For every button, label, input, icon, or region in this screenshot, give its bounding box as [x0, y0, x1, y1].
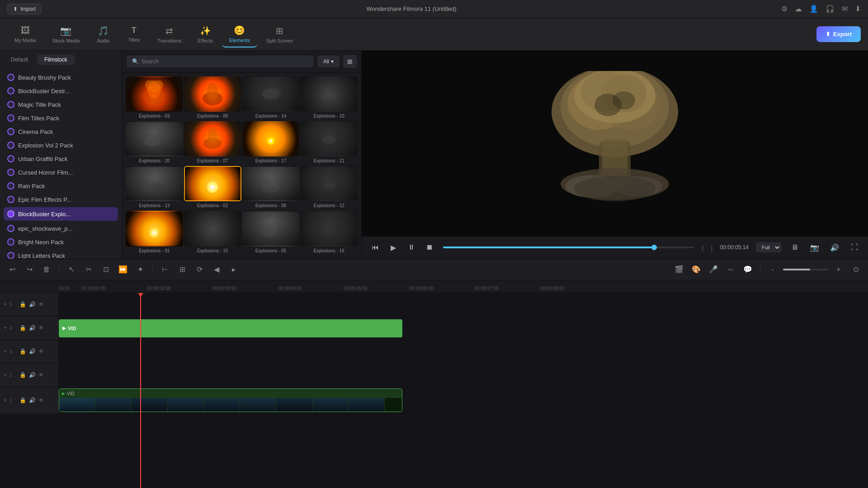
sidebar-item-beauty-brushy[interactable]: Beauty Brushy Pack: [0, 71, 122, 84]
zoom-out-button[interactable]: -: [766, 263, 779, 276]
tab-stock-media[interactable]: 📷 Stock Media: [45, 22, 87, 47]
fit-button[interactable]: ⊙: [849, 263, 863, 276]
sidebar-item-epic-shockwave[interactable]: epic_shockwave_p...: [0, 222, 122, 235]
search-input[interactable]: [142, 58, 308, 65]
tab-elements[interactable]: 😊 Elements: [222, 21, 257, 47]
grid-item-exp17[interactable]: Explosions - 17: [242, 121, 300, 165]
group-button[interactable]: ⊞: [175, 263, 189, 276]
export-button[interactable]: ⬆ Export: [816, 26, 861, 42]
grid-item-exp13[interactable]: Explosions - 13: [126, 166, 183, 210]
sidebar-item-blockbuster-explo[interactable]: BlockBuster Explo...: [4, 207, 118, 221]
tab-audio[interactable]: 🎵 Audio: [89, 22, 118, 47]
zoom-slider[interactable]: [783, 269, 828, 270]
crop-button[interactable]: ⊡: [99, 263, 113, 276]
trim-button[interactable]: ✂: [82, 263, 95, 276]
rotate-button[interactable]: ⟳: [193, 263, 206, 276]
lock-icon[interactable]: 🔒: [19, 348, 26, 355]
split-button[interactable]: ⊢: [158, 263, 172, 276]
grid-item-exp14[interactable]: Explosions - 14: [242, 76, 300, 120]
snapshot-button[interactable]: 📷: [808, 241, 821, 254]
eye-icon[interactable]: 👁: [38, 348, 44, 355]
cloud-icon[interactable]: ☁: [795, 5, 802, 13]
track-add-icon[interactable]: +: [4, 397, 7, 403]
grid-item-exp08[interactable]: Explosions - 08: [242, 166, 300, 210]
filter-button[interactable]: All ▾: [317, 56, 340, 67]
volume-button[interactable]: 🔊: [828, 241, 841, 254]
transitions-panel-button[interactable]: ↔: [724, 263, 737, 276]
redo-button[interactable]: ↪: [23, 263, 36, 276]
stop-button[interactable]: ⏹: [423, 241, 436, 254]
forward-button[interactable]: ▸: [227, 263, 241, 276]
grid-item-exp16[interactable]: Explosions - 16: [300, 211, 358, 255]
track-area-2[interactable]: [59, 364, 868, 387]
grid-item-exp01[interactable]: Explosions - 01: [126, 211, 183, 255]
sidebar-item-blockbuster-destr[interactable]: BlockBuster Destr...: [0, 84, 122, 98]
play-button[interactable]: ▶: [387, 241, 400, 254]
sidebar-item-cursed-horror[interactable]: Cursed Horror Film...: [0, 166, 122, 179]
audio-track-icon[interactable]: 🔊: [29, 397, 36, 403]
eye-icon[interactable]: 👁: [38, 397, 44, 403]
lock-icon[interactable]: 🔒: [19, 325, 26, 331]
sidebar-item-epic-film[interactable]: Epic Film Effects P...: [0, 193, 122, 206]
tab-transitions[interactable]: ⇄ Transitions: [150, 22, 189, 47]
audio-track-icon[interactable]: 🔊: [29, 348, 36, 355]
speed-button[interactable]: ⏩: [116, 263, 130, 276]
rewind-button[interactable]: ⏮: [369, 241, 382, 254]
track-add-icon[interactable]: +: [4, 348, 7, 355]
grid-item-exp03[interactable]: Explosions - 03: [126, 76, 183, 120]
track-area-3[interactable]: [59, 340, 868, 363]
mail-icon[interactable]: ✉: [842, 5, 848, 13]
track-add-icon[interactable]: +: [4, 372, 7, 378]
lock-icon[interactable]: 🔒: [19, 397, 26, 403]
grid-item-exp20[interactable]: Explosions - 20: [126, 121, 183, 165]
fullscreen-button[interactable]: ⛶: [848, 241, 861, 254]
grid-item-exp12[interactable]: Explosions - 12: [300, 166, 358, 210]
grid-item-exp07[interactable]: Explosions - 07: [184, 121, 241, 165]
track-add-icon[interactable]: +: [4, 325, 7, 331]
download-icon[interactable]: ⬇: [855, 5, 861, 13]
audio-track-icon[interactable]: 🔊: [29, 372, 36, 378]
track-add-icon[interactable]: +: [4, 301, 7, 308]
lock-icon[interactable]: 🔒: [19, 301, 26, 308]
back-button[interactable]: ◀: [210, 263, 223, 276]
track-area-4[interactable]: ▶ VID: [59, 317, 868, 340]
sidebar-item-film-titles[interactable]: Film Titles Pack: [0, 111, 122, 125]
grid-item-exp05[interactable]: Explosions - 05: [242, 211, 300, 255]
magic-button[interactable]: ✦: [133, 263, 147, 276]
audio-track-icon[interactable]: 🔊: [29, 301, 36, 308]
sidebar-item-magic-title[interactable]: Magic Title Pack: [0, 98, 122, 111]
tab-filmstock[interactable]: Filmstock: [37, 54, 75, 65]
captions-button[interactable]: 💬: [741, 263, 755, 276]
account-icon[interactable]: 👤: [809, 5, 818, 13]
sidebar-item-explosion-vol2[interactable]: Explosion Vol 2 Pack: [0, 138, 122, 152]
tab-my-media[interactable]: 🖼 My Media: [7, 22, 43, 47]
track-area-1[interactable]: ▶ VID: [59, 387, 868, 414]
pause-button[interactable]: ⏸: [405, 241, 418, 254]
headset-icon[interactable]: 🎧: [826, 5, 835, 13]
settings-icon[interactable]: ⚙: [781, 5, 788, 13]
sidebar-item-urban-graffiti[interactable]: Urban Graffiti Pack: [0, 152, 122, 166]
select-button[interactable]: ↖: [65, 263, 78, 276]
audio-track-icon[interactable]: 🔊: [29, 325, 36, 331]
tab-default[interactable]: Default: [4, 54, 35, 65]
audio-panel-button[interactable]: 🎤: [707, 263, 720, 276]
color-button[interactable]: 🎨: [689, 263, 703, 276]
zoom-in-button[interactable]: +: [832, 263, 845, 276]
track-clip-vid1[interactable]: ▶ VID: [59, 389, 402, 412]
import-button[interactable]: ⬆ Import: [7, 4, 42, 14]
effects-panel-button[interactable]: 🎬: [672, 263, 686, 276]
tab-effects[interactable]: ✨ Effects: [191, 22, 220, 47]
sidebar-item-cinema[interactable]: Cinema Pack: [0, 125, 122, 138]
delete-button[interactable]: 🗑: [40, 263, 53, 276]
track-area-5[interactable]: [59, 293, 868, 316]
tab-split-screen[interactable]: ⊞ Split Screen: [259, 22, 300, 47]
undo-button[interactable]: ↩: [5, 263, 19, 276]
eye-icon[interactable]: 👁: [38, 372, 44, 378]
progress-bar[interactable]: [443, 246, 694, 248]
grid-item-exp15[interactable]: Explosions - 15: [184, 211, 241, 255]
eye-icon[interactable]: 👁: [38, 325, 44, 331]
grid-item-exp21[interactable]: Explosions - 21: [300, 121, 358, 165]
sidebar-item-bright-neon[interactable]: Bright Neon Pack: [0, 235, 122, 249]
tab-titles[interactable]: T Titles: [119, 22, 148, 46]
track-clip-vid4[interactable]: ▶ VID: [59, 319, 402, 337]
